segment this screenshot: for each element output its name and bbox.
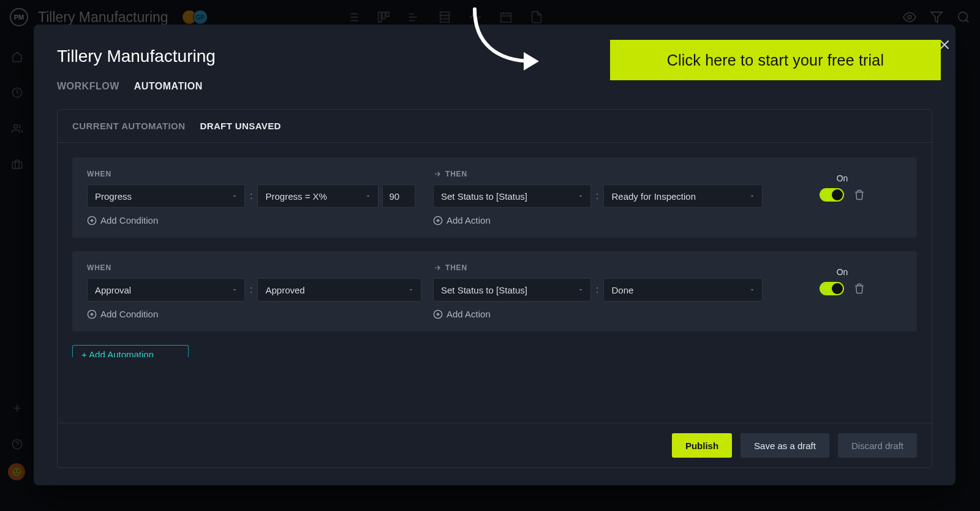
add-action-link[interactable]: Add Action — [433, 309, 782, 319]
discard-draft-button[interactable]: Discard draft — [838, 433, 917, 458]
editor-tabs: CURRENT AUTOMATION DRAFT UNSAVED — [58, 110, 932, 143]
chevron-down-icon — [364, 192, 372, 200]
separator: : — [595, 284, 600, 295]
then-label: THEN — [433, 170, 782, 178]
rule-controls: On — [782, 173, 902, 202]
automation-settings-modal: Tillery Manufacturing WORKFLOW AUTOMATIO… — [34, 25, 956, 485]
chevron-down-icon — [577, 286, 584, 293]
tab-automation[interactable]: AUTOMATION — [134, 81, 203, 92]
rule-enabled-toggle[interactable] — [820, 282, 844, 295]
rule-controls: On — [782, 267, 902, 295]
chevron-down-icon — [231, 286, 238, 293]
when-operator-dropdown[interactable]: Approved — [257, 278, 421, 301]
tab-current-automation[interactable]: CURRENT AUTOMATION — [72, 121, 185, 131]
chevron-down-icon — [577, 192, 584, 200]
automation-rule: WHEN Approval : Approved — [72, 251, 917, 331]
save-draft-button[interactable]: Save as a draft — [741, 433, 829, 458]
automation-editor: CURRENT AUTOMATION DRAFT UNSAVED WHEN Pr… — [57, 109, 932, 468]
editor-footer: Publish Save as a draft Discard draft — [58, 423, 932, 467]
free-trial-cta[interactable]: Click here to start your free trial — [610, 40, 941, 80]
then-value-dropdown[interactable]: Done — [603, 278, 763, 301]
plus-circle-icon — [433, 216, 443, 225]
add-automation-button[interactable]: + Add Automation — [72, 345, 189, 357]
rule-enabled-toggle[interactable] — [820, 188, 844, 202]
arrow-right-icon — [433, 170, 442, 178]
rule-then-column: THEN Set Status to [Status] : Ready for … — [433, 170, 782, 225]
plus-circle-icon — [87, 309, 97, 319]
then-action-dropdown[interactable]: Set Status to [Status] — [433, 278, 591, 301]
separator: : — [249, 284, 254, 295]
when-value-input[interactable] — [382, 184, 415, 208]
separator: : — [595, 191, 600, 202]
rule-when-column: WHEN Approval : Approved — [87, 263, 433, 319]
arrow-right-icon — [433, 263, 442, 272]
when-label: WHEN — [87, 170, 433, 178]
chevron-down-icon — [231, 192, 238, 200]
chevron-down-icon — [748, 286, 756, 293]
rule-when-column: WHEN Progress : Progress = X% — [87, 170, 433, 225]
then-action-dropdown[interactable]: Set Status to [Status] — [433, 184, 591, 208]
when-field-dropdown[interactable]: Progress — [87, 184, 245, 208]
trash-icon[interactable] — [854, 189, 865, 200]
separator: : — [249, 191, 254, 202]
when-label: WHEN — [87, 263, 433, 272]
rule-then-column: THEN Set Status to [Status] : Done — [433, 263, 782, 319]
add-action-link[interactable]: Add Action — [433, 215, 782, 225]
when-field-dropdown[interactable]: Approval — [87, 278, 245, 301]
automation-rule: WHEN Progress : Progress = X% — [72, 157, 917, 238]
plus-circle-icon — [87, 216, 97, 225]
toggle-label: On — [837, 267, 848, 277]
chevron-down-icon — [407, 286, 415, 293]
tab-workflow[interactable]: WORKFLOW — [57, 81, 119, 92]
tab-draft-unsaved[interactable]: DRAFT UNSAVED — [200, 121, 281, 131]
chevron-down-icon — [748, 192, 756, 200]
toggle-label: On — [837, 173, 848, 183]
then-value-dropdown[interactable]: Ready for Inspection — [603, 184, 763, 208]
when-operator-dropdown[interactable]: Progress = X% — [257, 184, 379, 208]
editor-body: WHEN Progress : Progress = X% — [58, 143, 932, 423]
modal-tabs: WORKFLOW AUTOMATION — [57, 81, 932, 92]
trash-icon[interactable] — [854, 283, 865, 294]
add-condition-link[interactable]: Add Condition — [87, 309, 433, 319]
publish-button[interactable]: Publish — [672, 433, 732, 458]
then-label: THEN — [433, 263, 782, 272]
plus-circle-icon — [433, 309, 443, 319]
add-condition-link[interactable]: Add Condition — [87, 215, 433, 225]
